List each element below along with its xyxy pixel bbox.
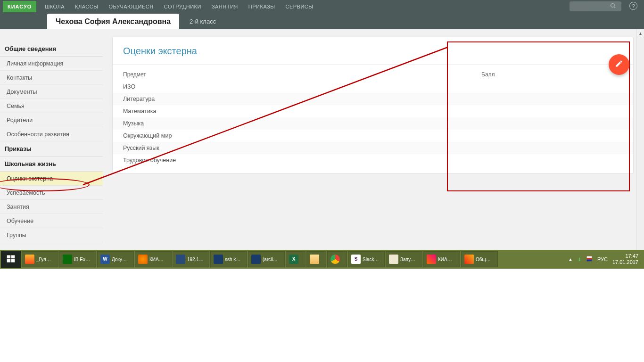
taskbar-app[interactable]: X bbox=[286, 251, 305, 267]
taskbar-app[interactable]: КИА… bbox=[135, 251, 172, 267]
svg-rect-8 bbox=[587, 256, 592, 258]
search-input[interactable] bbox=[572, 4, 610, 9]
terminal-icon bbox=[251, 255, 261, 264]
tray-date: 17.01.2017 bbox=[612, 259, 638, 265]
start-button[interactable] bbox=[1, 251, 21, 268]
side-item-extern-grades[interactable]: Оценки экстерна bbox=[0, 172, 103, 186]
sub-header: Чехова София Александровна 2-й класс bbox=[0, 13, 644, 29]
tray-flag-icon[interactable] bbox=[586, 255, 593, 263]
side-item-parents[interactable]: Родители bbox=[0, 113, 103, 127]
taskbar-app[interactable]: Запу… bbox=[386, 251, 422, 267]
edit-fab[interactable] bbox=[609, 54, 629, 75]
subject-cell: Трудовое обучение bbox=[123, 157, 481, 164]
table-row: Трудовое обучение bbox=[113, 154, 633, 166]
help-icon[interactable]: ? bbox=[629, 2, 637, 10]
subject-cell: Музыка bbox=[123, 120, 481, 127]
server-icon bbox=[176, 255, 185, 264]
taskbar-app[interactable] bbox=[306, 251, 326, 267]
grades-table: Предмет Балл ИЗО Литература Математика М… bbox=[113, 65, 633, 166]
nav-lessons[interactable]: ЗАНЯТИЯ bbox=[212, 4, 238, 9]
side-item-personal[interactable]: Личная информация bbox=[0, 57, 103, 71]
table-row: Окружающий мир bbox=[113, 130, 633, 142]
svg-rect-3 bbox=[7, 255, 11, 259]
col-score: Балл bbox=[481, 71, 495, 78]
nav-school[interactable]: ШКОЛА bbox=[45, 4, 65, 9]
table-row: Музыка bbox=[113, 117, 633, 130]
subject-cell: Литература bbox=[123, 96, 481, 102]
search-icon[interactable] bbox=[610, 3, 616, 10]
side-item-progress[interactable]: Успеваемость bbox=[0, 186, 103, 200]
side-group-general: Общие сведения bbox=[0, 41, 103, 57]
windows-taskbar: _Гул… IB Ex… WДоку… КИА… 192.1… ssh k… (… bbox=[0, 250, 644, 269]
taskbar-app[interactable]: WДоку… bbox=[97, 251, 134, 267]
nav-staff[interactable]: СОТРУДНИКИ bbox=[164, 4, 201, 9]
subject-cell: ИЗО bbox=[123, 83, 481, 90]
pencil-icon bbox=[615, 59, 623, 70]
taskbar-app[interactable]: Общ… bbox=[461, 251, 498, 267]
taskbar-app[interactable]: (arcli… bbox=[248, 251, 285, 267]
side-item-lessons[interactable]: Занятия bbox=[0, 200, 103, 214]
app-logo: КИАСУО bbox=[3, 1, 36, 12]
subject-cell: Окружающий мир bbox=[123, 132, 481, 139]
nav-classes[interactable]: КЛАССЫ bbox=[75, 4, 98, 9]
taskbar-app[interactable]: SSlack… bbox=[348, 251, 385, 267]
app-icon bbox=[427, 255, 436, 264]
taskbar-app[interactable]: 192.1… bbox=[173, 251, 209, 267]
nav-orders[interactable]: ПРИКАЗЫ bbox=[248, 4, 275, 9]
taskbar-label: КИА… bbox=[149, 257, 164, 262]
topbar: КИАСУО ШКОЛА КЛАССЫ ОБУЧАЮЩИЕСЯ СОТРУДНИ… bbox=[0, 0, 644, 13]
taskbar-label: 192.1… bbox=[187, 257, 204, 262]
system-tray: ▲ ⬇ РУС 17:47 17.01.2017 bbox=[568, 253, 643, 265]
svg-rect-9 bbox=[587, 260, 592, 262]
explorer-icon bbox=[310, 255, 319, 264]
search-box[interactable] bbox=[570, 1, 621, 11]
taskbar-label: Slack… bbox=[363, 257, 379, 262]
taskbar-app[interactable]: ssh k… bbox=[210, 251, 247, 267]
taskbar-label: _Гул… bbox=[36, 257, 51, 262]
svg-rect-4 bbox=[11, 255, 15, 259]
taskbar-app[interactable] bbox=[327, 251, 347, 267]
table-row: Русский язык bbox=[113, 142, 633, 154]
nav-services[interactable]: СЕРВИСЫ bbox=[285, 4, 313, 9]
subject-cell: Математика bbox=[123, 108, 481, 115]
tray-time: 17:47 bbox=[612, 253, 638, 259]
side-group-orders: Приказы bbox=[0, 141, 103, 156]
taskbar-label: Общ… bbox=[476, 257, 491, 262]
scroll-up-icon[interactable]: ▲ bbox=[636, 29, 644, 37]
app-icon bbox=[464, 255, 474, 264]
svg-rect-6 bbox=[11, 259, 15, 263]
nav-students[interactable]: ОБУЧАЮЩИЕСЯ bbox=[108, 4, 153, 9]
table-header: Предмет Балл bbox=[113, 65, 633, 81]
side-item-documents[interactable]: Документы bbox=[0, 85, 103, 99]
tray-download-icon[interactable]: ⬇ bbox=[578, 257, 581, 262]
side-item-family[interactable]: Семья bbox=[0, 99, 103, 113]
taskbar-label: ssh k… bbox=[225, 257, 240, 262]
taskbar-app[interactable]: _Гул… bbox=[22, 251, 58, 267]
word-icon: W bbox=[100, 255, 110, 264]
svg-rect-5 bbox=[7, 259, 11, 263]
taskbar-app[interactable]: КИА… bbox=[423, 251, 460, 267]
side-item-contacts[interactable]: Контакты bbox=[0, 71, 103, 85]
tray-expand-icon[interactable]: ▲ bbox=[568, 257, 573, 262]
taskbar-label: Доку… bbox=[112, 257, 127, 262]
person-tab[interactable]: Чехова София Александровна bbox=[47, 14, 179, 29]
app-icon bbox=[25, 255, 34, 264]
table-row: Математика bbox=[113, 105, 633, 117]
svg-point-0 bbox=[611, 3, 615, 7]
taskbar-label: Запу… bbox=[400, 257, 415, 262]
side-item-groups[interactable]: Группы bbox=[0, 228, 103, 242]
chrome-icon bbox=[330, 255, 340, 264]
side-item-training[interactable]: Обучение bbox=[0, 214, 103, 228]
terminal-icon bbox=[214, 255, 223, 264]
side-group-school-life: Школьная жизнь bbox=[0, 156, 103, 172]
app-icon bbox=[63, 255, 72, 264]
taskbar-app[interactable]: IB Ex… bbox=[59, 251, 96, 267]
table-row: Литература bbox=[113, 93, 633, 105]
tray-lang[interactable]: РУС bbox=[597, 256, 608, 262]
excel-icon: X bbox=[289, 255, 298, 264]
app-icon bbox=[389, 255, 398, 264]
tray-clock[interactable]: 17:47 17.01.2017 bbox=[612, 253, 638, 265]
grades-card: Оценки экстерна Предмет Балл ИЗО Литерат… bbox=[112, 37, 634, 173]
side-item-peculiar[interactable]: Особенности развития bbox=[0, 127, 103, 141]
subject-cell: Русский язык bbox=[123, 145, 481, 151]
